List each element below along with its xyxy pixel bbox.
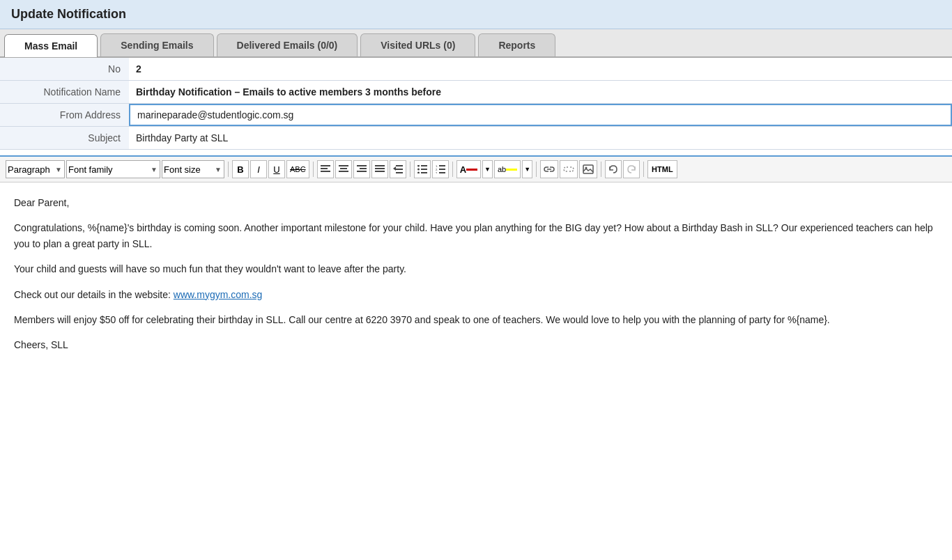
tab-sending-emails[interactable]: Sending Emails xyxy=(100,33,213,56)
font-size-select-wrap: Font size 81012 14161824 ▼ xyxy=(162,160,224,178)
svg-rect-16 xyxy=(396,165,403,166)
paragraph4: Members will enjoy $50 off for celebrati… xyxy=(14,312,938,327)
svg-rect-21 xyxy=(421,165,427,166)
italic-button[interactable]: I xyxy=(250,160,267,178)
sep-7 xyxy=(643,162,644,177)
font-color-dropdown[interactable]: ▼ xyxy=(482,160,493,178)
form-row-name: Notification Name Birthday Notification … xyxy=(0,81,952,104)
paragraph2: Your child and guests will have so much … xyxy=(14,261,938,277)
unlink-icon xyxy=(563,165,574,173)
svg-point-22 xyxy=(417,169,420,171)
name-label: Notification Name xyxy=(0,81,129,103)
ordered-list-icon: 1.2.3. xyxy=(436,165,445,173)
sep-6 xyxy=(601,162,601,177)
font-color-button[interactable]: A xyxy=(456,160,481,178)
sep-1 xyxy=(228,162,229,177)
undo-button[interactable] xyxy=(605,160,622,178)
svg-rect-18 xyxy=(396,172,403,173)
insert-link-button[interactable] xyxy=(540,160,558,178)
svg-point-20 xyxy=(417,165,420,167)
tab-reports[interactable]: Reports xyxy=(478,33,555,56)
underline-button[interactable]: U xyxy=(268,160,285,178)
strikethrough-button[interactable]: ABC xyxy=(286,160,309,178)
font-color-indicator xyxy=(466,169,477,171)
subject-label: Subject xyxy=(0,127,129,149)
svg-rect-12 xyxy=(375,165,385,166)
align-left-button[interactable] xyxy=(317,160,334,178)
svg-marker-19 xyxy=(393,166,396,171)
redo-button[interactable] xyxy=(623,160,640,178)
indent-decrease-button[interactable] xyxy=(390,160,406,178)
editor-content[interactable]: Dear Parent, Congratulations, %{name}'s … xyxy=(0,182,952,461)
tab-visited-urls[interactable]: Visited URLs (0) xyxy=(360,33,475,56)
sep-4 xyxy=(452,162,453,177)
svg-rect-0 xyxy=(321,165,330,166)
redo-icon xyxy=(627,165,636,173)
form-row-no: No 2 xyxy=(0,58,952,81)
align-justify-icon xyxy=(375,165,385,173)
no-label: No xyxy=(0,58,129,80)
tabs-bar: Mass Email Sending Emails Delivered Emai… xyxy=(0,29,952,58)
svg-point-24 xyxy=(417,172,420,174)
sep-2 xyxy=(313,162,314,177)
undo-icon xyxy=(608,165,618,173)
svg-rect-4 xyxy=(339,165,348,166)
sep-3 xyxy=(410,162,410,177)
no-value: 2 xyxy=(129,58,952,80)
svg-rect-17 xyxy=(396,169,403,170)
unordered-list-icon xyxy=(417,165,427,173)
svg-rect-29 xyxy=(439,169,445,170)
sign-off: Cheers, SLL xyxy=(14,337,938,352)
unordered-list-button[interactable] xyxy=(414,160,431,178)
subject-input[interactable] xyxy=(129,127,952,149)
svg-rect-10 xyxy=(357,171,367,172)
form-row-from: From Address xyxy=(0,104,952,127)
form-row-subject: Subject xyxy=(0,127,952,150)
svg-rect-13 xyxy=(375,168,385,169)
align-justify-button[interactable] xyxy=(371,160,388,178)
svg-rect-8 xyxy=(357,165,367,166)
unlink-button[interactable] xyxy=(560,160,578,178)
from-address-input[interactable] xyxy=(129,104,952,126)
highlight-color-indicator xyxy=(506,169,517,171)
paragraph-select[interactable]: Paragraph Heading 1 Heading 2 Heading 3 xyxy=(6,160,65,178)
html-button[interactable]: HTML xyxy=(647,160,677,178)
svg-rect-25 xyxy=(421,172,427,173)
align-left-icon xyxy=(321,165,330,173)
form-area: No 2 Notification Name Birthday Notifica… xyxy=(0,58,952,157)
tab-delivered-emails[interactable]: Delivered Emails (0/0) xyxy=(217,33,358,56)
highlight-color-dropdown[interactable]: ▼ xyxy=(522,160,532,178)
svg-rect-5 xyxy=(340,168,347,169)
insert-image-button[interactable] xyxy=(579,160,597,178)
paragraph1: Congratulations, %{name}'s birthday is c… xyxy=(14,220,938,251)
font-color-letter: A xyxy=(460,164,466,175)
greeting: Dear Parent, xyxy=(14,195,938,210)
font-family-select[interactable]: Font family Arial Times New Roman Courie… xyxy=(66,160,160,178)
svg-rect-9 xyxy=(360,168,367,169)
paragraph3: Check out our details in the website: ww… xyxy=(14,287,938,302)
align-center-icon xyxy=(339,165,348,173)
name-value: Birthday Notification – Emails to active… xyxy=(129,81,952,103)
link-icon xyxy=(544,165,555,173)
paragraph-select-wrap: Paragraph Heading 1 Heading 2 Heading 3 … xyxy=(6,160,65,178)
svg-rect-6 xyxy=(339,171,348,172)
tab-mass-email[interactable]: Mass Email xyxy=(4,34,98,57)
highlight-color-button[interactable]: ab xyxy=(494,160,521,178)
align-right-button[interactable] xyxy=(353,160,370,178)
bold-button[interactable]: B xyxy=(232,160,249,178)
svg-rect-1 xyxy=(321,168,328,169)
font-size-select[interactable]: Font size 81012 14161824 xyxy=(162,160,224,178)
svg-text:3.: 3. xyxy=(436,171,438,173)
svg-rect-23 xyxy=(421,169,427,170)
align-center-button[interactable] xyxy=(335,160,352,178)
svg-rect-2 xyxy=(321,171,330,172)
sep-5 xyxy=(536,162,537,177)
ordered-list-button[interactable]: 1.2.3. xyxy=(432,160,449,178)
font-family-select-wrap: Font family Arial Times New Roman Courie… xyxy=(66,160,160,178)
image-icon xyxy=(583,164,594,174)
indent-decrease-icon xyxy=(393,165,403,173)
website-link[interactable]: www.mygym.com.sg xyxy=(174,289,263,300)
svg-rect-14 xyxy=(375,171,385,172)
page-header: Update Notification xyxy=(0,0,952,29)
page-title: Update Notification xyxy=(11,7,941,22)
